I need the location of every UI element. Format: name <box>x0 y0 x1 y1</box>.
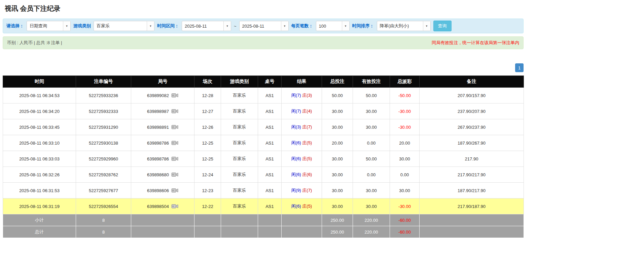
column-header-session: 场次 <box>194 76 221 88</box>
cell-session: 12-25 <box>194 135 221 151</box>
cell-remark: 217.90/217.90 <box>420 167 524 183</box>
cell-round: 639898987 <box>131 103 194 119</box>
summary-bar: 币别 : 人民币 | 总共 :8 注单 | 同局有效投注，统一计算在该局第一张注… <box>3 36 524 49</box>
grand-total-count: 8 <box>76 226 131 238</box>
result-banker: 庄(5) <box>302 140 312 145</box>
cell-time: 2025-08-11 06:33:03 <box>3 151 76 167</box>
column-header-result: 结果 <box>282 76 322 88</box>
chevron-down-icon[interactable]: ▾ <box>63 21 70 31</box>
search-button[interactable]: 查询 <box>433 21 452 31</box>
chevron-down-icon[interactable]: ▾ <box>281 21 288 31</box>
round-id: 639898606 <box>147 188 169 193</box>
date-from-picker[interactable]: 2025-08-11 ▾ <box>182 21 231 31</box>
chevron-down-icon[interactable]: ▾ <box>147 21 154 31</box>
page-size-combobox[interactable]: 100 ▾ <box>316 21 350 31</box>
cell-remark: 217.90 <box>420 151 524 167</box>
result-player: 闲(9) <box>291 188 301 193</box>
cell-payout: 0.00 <box>390 167 420 183</box>
cell-round: 639898891 <box>131 119 194 135</box>
cell-table-no: AS1 <box>258 151 282 167</box>
cell-total-bet-link[interactable]: 30.00 <box>322 119 353 135</box>
cell-game-type: 百家乐 <box>221 135 258 151</box>
summary-currency-count: 币别 : 人民币 | 总共 :8 注单 | <box>7 40 62 46</box>
cell-payout: 20.00 <box>390 135 420 151</box>
round-id: 639898987 <box>147 109 169 114</box>
subtotal-label: 小计 <box>3 214 76 226</box>
cell-session: 12-25 <box>194 151 221 167</box>
video-replay-icon[interactable] <box>171 204 178 209</box>
cell-valid-bet: 0.00 <box>353 167 390 183</box>
result-player: 闲(7) <box>291 93 301 98</box>
video-replay-icon[interactable] <box>171 93 178 98</box>
cell-session: 12-22 <box>194 199 221 214</box>
page-title: 视讯 会员下注纪录 <box>3 3 522 19</box>
cell-total-bet-link[interactable]: 50.00 <box>322 88 353 103</box>
cell-total-bet-link[interactable]: 30.00 <box>322 103 353 119</box>
table-body: 2025-08-11 06:34:53 522725933236 6398990… <box>3 88 524 214</box>
cell-session: 12-23 <box>194 183 221 199</box>
game-type-combobox[interactable]: 百家乐 ▾ <box>94 21 154 31</box>
video-replay-icon[interactable] <box>171 156 178 161</box>
cell-round: 639899082 <box>131 88 194 103</box>
cell-time: 2025-08-11 06:32:26 <box>3 167 76 183</box>
cell-result: 闲(6) 庄(5) <box>282 199 322 214</box>
grand-total-total-bet: 250.00 <box>322 226 353 238</box>
game-type-label: 游戏类别 <box>73 23 91 29</box>
cell-total-bet-link[interactable]: 30.00 <box>322 167 353 183</box>
cell-remark: 187.90/267.90 <box>420 135 524 151</box>
game-type-value: 百家乐 <box>94 21 147 31</box>
column-header-bet-id: 注单编号 <box>76 76 131 88</box>
cell-round: 639898786 <box>131 135 194 151</box>
video-replay-icon[interactable] <box>171 140 178 146</box>
summary-note: 同局有效投注，统一计算在该局第一张注单内 <box>432 40 519 46</box>
cell-total-bet-link[interactable]: 30.00 <box>322 183 353 199</box>
cell-time: 2025-08-11 06:31:19 <box>3 199 76 214</box>
pagination: 1 <box>3 63 524 72</box>
cell-game-type: 百家乐 <box>221 167 258 183</box>
video-replay-icon[interactable] <box>171 188 178 193</box>
video-replay-icon[interactable] <box>171 109 178 114</box>
chevron-down-icon[interactable]: ▾ <box>223 21 231 31</box>
cell-bet-id: 522725930138 <box>76 135 131 151</box>
filter-bar: 请选择： 日期查询 ▾ 游戏类别 百家乐 ▾ 时间区间： 2025-08-11 … <box>3 19 524 33</box>
cell-payout: 30.00 <box>390 151 420 167</box>
page-size-label: 每页笔数： <box>291 23 313 29</box>
cell-table-no: AS1 <box>258 88 282 103</box>
select-label: 请选择： <box>6 23 24 29</box>
cell-session: 12-26 <box>194 119 221 135</box>
cell-bet-id: 522725931290 <box>76 119 131 135</box>
result-player: 闲(6) <box>291 140 301 145</box>
cell-round: 639898786 <box>131 151 194 167</box>
cell-bet-id: 522725926554 <box>76 199 131 214</box>
cell-bet-id: 522725933236 <box>76 88 131 103</box>
table-row: 2025-08-11 06:33:03 522725929960 6398987… <box>3 151 524 167</box>
cell-total-bet-link[interactable]: 20.00 <box>322 135 353 151</box>
page-button-1[interactable]: 1 <box>515 63 524 72</box>
table-row: 2025-08-11 06:33:10 522725930138 6398987… <box>3 135 524 151</box>
video-replay-icon[interactable] <box>171 124 178 130</box>
result-player: 闲(3) <box>291 124 301 129</box>
video-replay-icon[interactable] <box>171 172 178 177</box>
chevron-down-icon[interactable]: ▾ <box>342 21 349 31</box>
cell-total-bet-link[interactable]: 30.00 <box>322 199 353 214</box>
cell-payout: -50.00 <box>390 88 420 103</box>
cell-game-type: 百家乐 <box>221 199 258 214</box>
cell-valid-bet: 30.00 <box>353 199 390 214</box>
cell-result: 闲(6) 庄(5) <box>282 135 322 151</box>
sort-combobox[interactable]: 降幂(由大到小) ▾ <box>377 21 431 31</box>
cell-game-type: 百家乐 <box>221 103 258 119</box>
grand-total-valid-bet: 220.00 <box>353 226 390 238</box>
column-header-game: 游戏类别 <box>221 76 258 88</box>
date-to-value: 2025-08-11 <box>240 21 281 31</box>
cell-payout: -30.00 <box>390 119 420 135</box>
round-id: 639898504 <box>147 204 169 209</box>
cell-total-bet-link[interactable]: 30.00 <box>322 151 353 167</box>
date-from-value: 2025-08-11 <box>182 21 223 31</box>
chevron-down-icon[interactable]: ▾ <box>423 21 430 31</box>
result-banker: 庄(6) <box>302 172 312 177</box>
subtotal-count: 8 <box>76 214 131 226</box>
date-to-picker[interactable]: 2025-08-11 ▾ <box>239 21 289 31</box>
sort-value: 降幂(由大到小) <box>377 21 423 31</box>
cell-table-no: AS1 <box>258 199 282 214</box>
query-type-combobox[interactable]: 日期查询 ▾ <box>27 21 71 31</box>
